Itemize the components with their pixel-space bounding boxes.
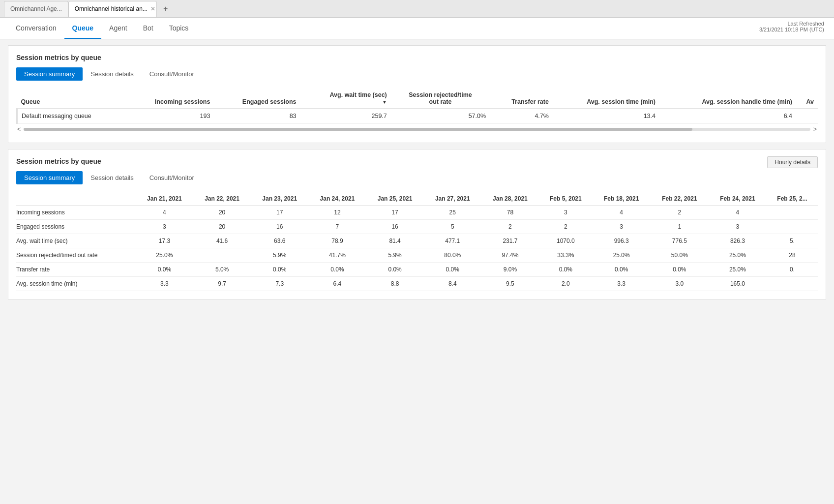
subtab-consult-monitor-2[interactable]: Consult/Monitor — [142, 171, 202, 184]
table-row: Incoming sessions42017121725783424 — [16, 206, 818, 220]
cell-r1-c4: 16 — [366, 220, 423, 234]
hourly-details-button[interactable]: Hourly details — [767, 156, 818, 168]
cell-r4-c5: 0.0% — [424, 263, 481, 277]
browser-tab-1[interactable]: Omnichannel Age... — [4, 1, 68, 17]
subtab-session-summary-1[interactable]: Session summary — [16, 67, 83, 81]
cell-r5-c7: 2.0 — [539, 277, 593, 291]
card1-sub-tabs: Session summary Session details Consult/… — [16, 67, 818, 81]
cell-r4-c10: 25.0% — [709, 263, 767, 277]
subtab-session-details-1[interactable]: Session details — [83, 67, 141, 81]
col-avg-handle: Avg. session handle time (min) — [659, 89, 796, 109]
cell-r0-c9: 2 — [651, 206, 709, 220]
add-tab-button[interactable]: + — [159, 2, 173, 16]
sort-icon[interactable]: ▼ — [382, 99, 387, 105]
col-date-0: Jan 21, 2021 — [136, 192, 193, 206]
tab-conversation[interactable]: Conversation — [8, 18, 64, 39]
cell-r3-c9: 50.0% — [651, 248, 709, 263]
cell-r0-c6: 78 — [481, 206, 539, 220]
cell-r3-c7: 33.3% — [539, 248, 593, 263]
col-date-4: Jan 25, 2021 — [366, 192, 423, 206]
scroll-track[interactable] — [24, 128, 810, 131]
cell-r0-c3: 12 — [308, 206, 366, 220]
cell-r1-c5: 5 — [424, 220, 481, 234]
cell-r1-c6: 2 — [481, 220, 539, 234]
plus-icon: + — [163, 4, 168, 13]
browser-tab-1-label: Omnichannel Age... — [10, 5, 62, 12]
card1-table-scroll[interactable]: Queue Incoming sessions Engaged sessions… — [16, 89, 818, 124]
cell-r5-c3: 6.4 — [308, 277, 366, 291]
tab-agent[interactable]: Agent — [101, 18, 135, 39]
tab-bot[interactable]: Bot — [135, 18, 161, 39]
cell-r2-c10: 826.3 — [709, 234, 767, 248]
cell-r2-c11: 5. — [767, 234, 818, 248]
card1-title: Session metrics by queue — [16, 54, 818, 61]
cell-r0-c4: 17 — [366, 206, 423, 220]
cell-r4-c3: 0.0% — [308, 263, 366, 277]
scroll-right-btn[interactable]: > — [812, 126, 818, 133]
browser-tab-2[interactable]: Omnichannel historical an... ✕ — [68, 1, 157, 17]
cell-r5-c5: 8.4 — [424, 277, 481, 291]
cell-r0-c1: 20 — [193, 206, 251, 220]
cell-r3-c8: 25.0% — [593, 248, 651, 263]
col-date-11: Feb 25, 2... — [767, 192, 818, 206]
col-date-8: Feb 18, 2021 — [593, 192, 651, 206]
cell-r0-c11 — [767, 206, 818, 220]
cell-r0-c2: 17 — [251, 206, 308, 220]
cell-transfer: 4.7% — [490, 109, 553, 124]
main-content: Session metrics by queue Session summary… — [0, 39, 834, 504]
cell-r1-c7: 2 — [539, 220, 593, 234]
card1-table: Queue Incoming sessions Engaged sessions… — [16, 89, 818, 124]
subtab-session-details-2[interactable]: Session details — [83, 171, 141, 184]
cell-r1-c1: 20 — [193, 220, 251, 234]
table-row: Default messaging queue19383259.757.0%4.… — [17, 109, 818, 124]
cell-r1-c10: 3 — [709, 220, 767, 234]
cell-r4-c1: 5.0% — [193, 263, 251, 277]
close-icon[interactable]: ✕ — [150, 5, 155, 12]
card2-table: Jan 21, 2021Jan 22, 2021Jan 23, 2021Jan … — [16, 192, 818, 291]
cell-r4-c0: 0.0% — [136, 263, 193, 277]
row-label-3: Session rejected/timed out rate — [16, 248, 136, 263]
browser-tab-2-label: Omnichannel historical an... — [75, 5, 148, 12]
table-row: Avg. session time (min)3.39.77.36.48.88.… — [16, 277, 818, 291]
cell-r1-c0: 3 — [136, 220, 193, 234]
tab-queue[interactable]: Queue — [64, 18, 102, 39]
row-label-0: Incoming sessions — [16, 206, 136, 220]
row-label-2: Avg. wait time (sec) — [16, 234, 136, 248]
cell-r2-c2: 63.6 — [251, 234, 308, 248]
subtab-session-summary-2[interactable]: Session summary — [16, 171, 83, 184]
table-row: Session rejected/timed out rate25.0%5.9%… — [16, 248, 818, 263]
cell-r5-c6: 9.5 — [481, 277, 539, 291]
cell-r5-c10: 165.0 — [709, 277, 767, 291]
cell-queue: Default messaging queue — [17, 109, 126, 124]
cell-engaged: 83 — [214, 109, 300, 124]
scroll-left-btn[interactable]: < — [16, 126, 22, 133]
cell-avg_wait: 259.7 — [300, 109, 391, 124]
cell-r4-c6: 9.0% — [481, 263, 539, 277]
cell-r2-c3: 78.9 — [308, 234, 366, 248]
col-transfer: Transfer rate — [490, 89, 553, 109]
cell-r3-c4: 5.9% — [366, 248, 423, 263]
cell-r0-c7: 3 — [539, 206, 593, 220]
card1-scrollbar[interactable]: < > — [16, 124, 818, 135]
cell-r4-c4: 0.0% — [366, 263, 423, 277]
browser-tab-bar: Omnichannel Age... Omnichannel historica… — [0, 0, 834, 18]
cell-r3-c0: 25.0% — [136, 248, 193, 263]
cell-r0-c0: 4 — [136, 206, 193, 220]
table-row: Engaged sessions32016716522313 — [16, 220, 818, 234]
cell-r5-c9: 3.0 — [651, 277, 709, 291]
cell-r0-c8: 4 — [593, 206, 651, 220]
cell-avg_handle: 6.4 — [659, 109, 796, 124]
cell-r3-c3: 41.7% — [308, 248, 366, 263]
subtab-consult-monitor-1[interactable]: Consult/Monitor — [142, 67, 202, 81]
cell-r0-c10: 4 — [709, 206, 767, 220]
col-date-10: Feb 24, 2021 — [709, 192, 767, 206]
cell-av — [796, 109, 818, 124]
cell-r5-c8: 3.3 — [593, 277, 651, 291]
cell-r1-c8: 3 — [593, 220, 651, 234]
card2-table-scroll[interactable]: Jan 21, 2021Jan 22, 2021Jan 23, 2021Jan … — [16, 192, 818, 291]
cell-r2-c8: 996.3 — [593, 234, 651, 248]
card-session-metrics-bottom: Session metrics by queue Hourly details … — [8, 149, 826, 299]
card2-sub-tabs: Session summary Session details Consult/… — [16, 171, 818, 184]
row-label-4: Transfer rate — [16, 263, 136, 277]
tab-topics[interactable]: Topics — [161, 18, 197, 39]
